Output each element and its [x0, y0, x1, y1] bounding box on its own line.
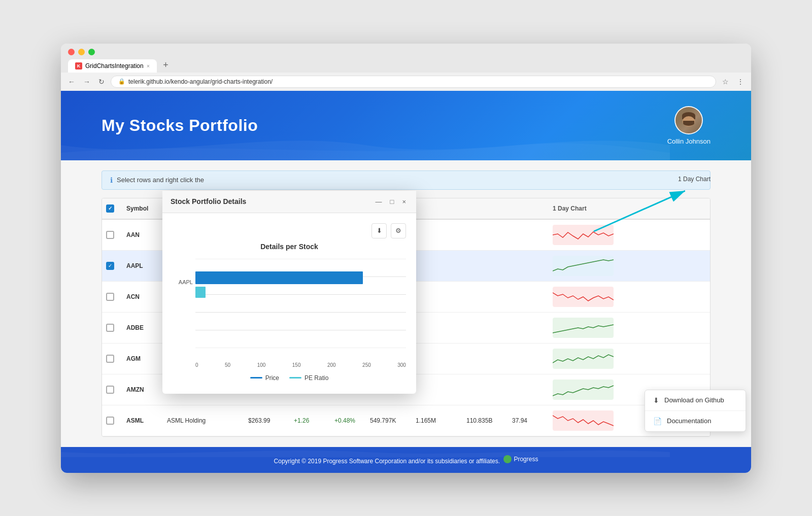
header-symbol: Symbol: [122, 202, 163, 215]
cell-chart: [549, 348, 640, 370]
cell-symbol: AAN: [122, 229, 163, 240]
cell-pct: +0.48%: [330, 415, 366, 426]
row-checkbox-cell[interactable]: [102, 291, 122, 303]
row-checkbox[interactable]: [106, 293, 114, 301]
cell-chart: [549, 255, 640, 277]
row-checkbox[interactable]: [106, 231, 114, 239]
cell-mktcap: [412, 388, 462, 392]
header-checkbox-cell[interactable]: [102, 202, 122, 215]
cell-pe: [462, 233, 508, 237]
progress-logo-icon: [503, 455, 512, 463]
mini-chart-acn: [553, 287, 614, 307]
modal-body: ⬇ ⚙ Details per Stock: [162, 213, 416, 392]
traffic-close[interactable]: [68, 49, 75, 55]
mini-chart-aan: [553, 225, 614, 245]
cell-pe: [462, 295, 508, 299]
chart-legend: Price PE Ratio: [173, 374, 406, 382]
refresh-button[interactable]: ↻: [96, 77, 107, 87]
app-footer: Copyright © 2019 Progress Software Corpo…: [61, 447, 751, 473]
cell-name: ASML Holding: [163, 415, 244, 426]
row-checkbox[interactable]: [106, 417, 114, 425]
row-checkbox-cell[interactable]: [102, 229, 122, 241]
legend-label-pe: PE Ratio: [304, 374, 328, 382]
user-profile: Collin Johnson: [667, 106, 710, 145]
cell-price: $263.99: [244, 415, 290, 426]
legend-line-pe: [289, 377, 301, 379]
forward-button[interactable]: →: [81, 77, 92, 87]
bar-chart: AAPL 0 50 100 150 200: [173, 259, 406, 370]
tab-close-button[interactable]: ×: [147, 63, 150, 69]
footer-text: Copyright © 2019 Progress Software Corpo…: [69, 455, 743, 465]
mini-chart-adbe: [553, 318, 614, 338]
row-checkbox[interactable]: [106, 324, 114, 332]
pe-bar-aapl: [195, 287, 206, 298]
star-button[interactable]: ☆: [720, 77, 731, 87]
traffic-maximize[interactable]: [88, 49, 95, 55]
chart-settings-button[interactable]: ⚙: [391, 223, 406, 238]
docs-icon: 📄: [653, 417, 662, 425]
dropdown-item-download[interactable]: ⬇ Download on Github: [645, 390, 746, 411]
cell-pe: [462, 264, 508, 268]
cell-chart: [549, 224, 640, 246]
avatar: [674, 106, 703, 134]
info-bar: ℹ Select rows and right click the: [101, 170, 710, 190]
row-checkbox-cell[interactable]: [102, 384, 122, 396]
cell-symbol: ADBE: [122, 322, 163, 333]
cell-pe: 110.835B: [462, 415, 508, 426]
new-tab-button[interactable]: +: [159, 60, 173, 73]
dropdown-item-docs[interactable]: 📄 Documentation: [645, 411, 746, 431]
info-text: Select rows and right click the: [117, 176, 204, 184]
x-label-100: 100: [257, 362, 266, 368]
cell-symbol: AMZN: [122, 384, 163, 395]
footer-logo: Progress: [503, 455, 538, 463]
modal-dialog: Stock Portfolio Details — □ × ⬇ ⚙ Detail…: [162, 191, 416, 394]
back-button[interactable]: ←: [66, 77, 77, 87]
bar-label-aapl: AAPL: [173, 279, 193, 285]
modal-minimize-button[interactable]: —: [374, 197, 384, 207]
cell-extra: [508, 388, 549, 392]
cell-extra: 37.94: [508, 415, 549, 426]
select-all-checkbox[interactable]: [106, 204, 114, 213]
header-day-chart: 1 Day Chart: [549, 202, 640, 215]
browser-tab[interactable]: K GridChartsIntegration ×: [68, 59, 157, 73]
modal-controls: — □ ×: [374, 197, 408, 207]
x-label-300: 300: [397, 362, 406, 368]
cell-chart: [549, 379, 640, 401]
x-label-50: 50: [225, 362, 230, 368]
cell-symbol: AAPL: [122, 260, 163, 271]
cell-symbol: AGM: [122, 353, 163, 364]
browser-toolbar: ← → ↻ 🔒 telerik.github.io/kendo-angular/…: [61, 73, 751, 91]
cell-symbol: ACN: [122, 291, 163, 302]
row-checkbox-cell[interactable]: [102, 322, 122, 334]
cell-chart: [549, 409, 640, 432]
dropdown-label-docs: Documentation: [667, 417, 711, 425]
menu-button[interactable]: ⋮: [735, 77, 746, 87]
row-checkbox-cell[interactable]: [102, 260, 122, 272]
cell-mktcap: [412, 233, 462, 237]
modal-close-button[interactable]: ×: [400, 197, 408, 207]
traffic-minimize[interactable]: [78, 49, 85, 55]
legend-pe: PE Ratio: [289, 374, 328, 382]
app-content: My Stocks Portfolio Collin Johnson ℹ Sel…: [61, 91, 751, 473]
user-name: Collin Johnson: [667, 137, 710, 145]
cell-chart: [549, 317, 640, 339]
table-row[interactable]: ASML ASML Holding $263.99 +1.26 +0.48% 5…: [102, 405, 710, 436]
row-checkbox-cell[interactable]: [102, 415, 122, 427]
row-checkbox-cell[interactable]: [102, 353, 122, 365]
cell-chart: [549, 286, 640, 308]
cell-mktcap: 1.165M: [412, 415, 462, 426]
address-bar[interactable]: 🔒 telerik.github.io/kendo-angular/grid-c…: [111, 76, 716, 88]
row-checkbox[interactable]: [106, 386, 114, 394]
chart-download-button[interactable]: ⬇: [371, 223, 387, 238]
legend-line-price: [250, 377, 262, 379]
dropdown-menu[interactable]: ⬇ Download on Github 📄 Documentation: [645, 390, 746, 432]
browser-window: K GridChartsIntegration × + ← → ↻ 🔒 tele…: [61, 44, 751, 473]
modal-maximize-button[interactable]: □: [388, 197, 396, 207]
row-checkbox-checked[interactable]: [106, 262, 114, 270]
modal-container: Stock Portfolio Details — □ × ⬇ ⚙ Detail…: [162, 191, 416, 394]
row-checkbox[interactable]: [106, 355, 114, 363]
cell-mktcap: [412, 264, 462, 268]
mini-chart-agm: [553, 349, 614, 369]
app-header: My Stocks Portfolio Collin Johnson: [61, 91, 751, 160]
cell-extra: [508, 233, 549, 237]
